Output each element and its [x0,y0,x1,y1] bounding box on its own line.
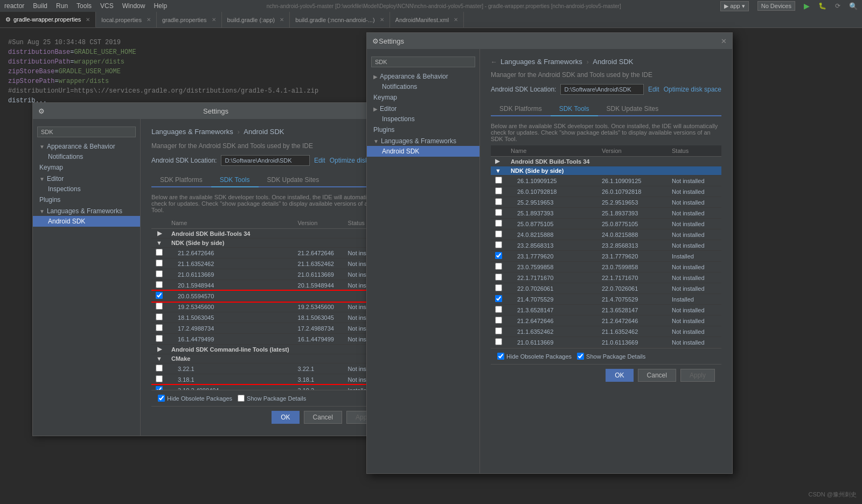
fg-row-checkbox[interactable] [495,241,502,248]
table-row[interactable]: 21.1.6352462 21.1.6352462 Not installed [151,258,387,269]
col-header-name[interactable]: Name [167,218,294,229]
table-scroll-area[interactable]: Name Version Status ▶ Android SDK Build-… [151,218,387,390]
fg-row-checkbox[interactable] [495,252,502,259]
fg-table-row[interactable]: 21.4.7075529 21.4.7075529 Installed [491,294,721,305]
row-checkbox[interactable] [156,260,163,267]
sdk-location-input[interactable] [221,155,310,166]
check-cell[interactable] [491,208,506,219]
check-cell[interactable] [491,283,506,294]
cancel-button[interactable]: Cancel [304,411,342,424]
fg-hide-obsolete-label[interactable]: Hide Obsolete Packages [497,353,572,360]
fg-col-header-version[interactable]: Version [597,145,668,157]
sidebar-item-keymap[interactable]: Keymap [33,162,140,173]
tab-gradle-properties[interactable]: gradle.properties ✕ [157,12,222,27]
fg-table-scroll[interactable]: Name Version Status ▶ Android SDK Build-… [491,145,721,348]
fg-row-checkbox[interactable] [495,295,502,302]
tab-local-properties[interactable]: local.properties ✕ [96,12,157,27]
fg-col-header-name[interactable]: Name [506,145,597,157]
fg-apply-button[interactable]: Apply [680,369,715,382]
table-row[interactable]: ▶ Android SDK Command-line Tools (latest… [151,345,387,354]
tab-close[interactable]: ✕ [380,17,384,23]
no-devices-selector[interactable]: No Devices [757,1,795,11]
fg-table-row[interactable]: 22.0.7026061 22.0.7026061 Not installed [491,283,721,294]
check-cell[interactable] [491,337,506,348]
show-package-label[interactable]: Show Package Details [238,395,306,402]
tab-close[interactable]: ✕ [147,17,151,23]
check-cell[interactable] [491,326,506,337]
row-checkbox[interactable] [156,324,163,331]
table-row[interactable]: 20.1.5948944 20.1.5948944 Not installed [151,280,387,291]
sync-button[interactable]: ⟳ [835,2,840,10]
run-config-selector[interactable]: ▶ app ▾ [720,1,748,11]
check-cell[interactable] [151,280,167,291]
tab-build-gradle-app[interactable]: build.gradle (:app) ✕ [222,12,290,27]
fg-row-checkbox[interactable] [495,220,502,227]
table-row[interactable]: 21.0.6113669 21.0.6113669 Not installed [151,269,387,280]
fg-sidebar-item-plugins[interactable]: Plugins [367,124,479,135]
fg-sidebar-section-editor[interactable]: ▶ Editor [367,103,479,114]
fg-table-row[interactable]: 26.1.10909125 26.1.10909125 Not installe… [491,176,721,186]
fg-table-row[interactable]: 21.3.6528147 21.3.6528147 Not installed [491,305,721,316]
fg-row-checkbox[interactable] [495,177,502,184]
fg-search-input[interactable] [371,57,475,67]
row-checkbox[interactable] [156,375,163,382]
check-cell[interactable] [151,291,167,302]
sidebar-item-plugins[interactable]: Plugins [33,194,140,205]
back-icon[interactable]: ← [491,58,497,66]
table-row[interactable]: ▼ NDK (Side by side) [151,239,387,248]
tab-android-manifest[interactable]: AndroidManifest.xml ✕ [390,12,464,27]
run-button[interactable]: ▶ [804,2,810,10]
fg-col-header-status[interactable]: Status [668,145,721,157]
row-checkbox[interactable] [156,365,163,372]
check-cell[interactable] [151,323,167,334]
table-row[interactable]: ▼ CMake [151,354,387,363]
col-header-version[interactable]: Version [294,218,344,229]
fg-table-row[interactable]: 25.0.8775105 25.0.8775105 Not installed [491,219,721,229]
sidebar-section-editor[interactable]: ▼ Editor [33,173,140,184]
check-cell[interactable] [151,258,167,269]
fg-table-row[interactable]: 21.1.6352462 21.1.6352462 Not installed [491,326,721,337]
fg-optimize-disk-link[interactable]: Optimize disk space [664,86,721,93]
check-cell[interactable] [491,305,506,316]
tab-close[interactable]: ✕ [212,17,216,23]
fg-table-row[interactable]: 25.2.9519653 25.2.9519653 Not installed [491,197,721,208]
check-cell[interactable] [151,374,167,385]
table-row[interactable]: 3.22.1 3.22.1 Not installed [151,363,387,374]
check-cell[interactable] [151,363,167,374]
fg-table-row-ndk[interactable]: ▼ NDK (Side by side) [491,166,721,176]
tab-sdk-platforms[interactable]: SDK Platforms [151,173,211,187]
fg-tab-sdk-tools[interactable]: SDK Tools [551,102,598,116]
fg-table-row[interactable]: 22.1.7171670 22.1.7171670 Not installed [491,272,721,283]
sidebar-section-appearance[interactable]: ▼ Appearance & Behavior [33,141,140,151]
fg-row-checkbox[interactable] [495,263,502,270]
tab-sdk-tools[interactable]: SDK Tools [211,173,259,187]
fg-hide-obsolete-checkbox[interactable] [497,353,504,360]
fg-table-row[interactable]: 21.2.6472646 21.2.6472646 Not installed [491,316,721,326]
check-cell[interactable] [491,186,506,197]
fg-row-checkbox[interactable] [495,317,502,324]
fg-table-row[interactable]: 23.0.7599858 23.0.7599858 Not installed [491,262,721,272]
edit-link[interactable]: Edit [314,157,325,164]
fg-sidebar-item-keymap[interactable]: Keymap [367,92,479,103]
check-cell[interactable] [151,248,167,258]
fg-row-checkbox[interactable] [495,306,502,313]
menu-run[interactable]: Run [56,2,68,10]
table-row[interactable]: 3.18.1 3.18.1 Not installed [151,374,387,385]
table-row[interactable]: ▶ Android SDK Build-Tools 34 [151,229,387,239]
tab-close[interactable]: ✕ [454,17,458,23]
tab-close[interactable]: ✕ [86,17,90,23]
fg-sidebar-section-languages[interactable]: ▼ Languages & Frameworks [367,135,479,146]
table-row[interactable]: 16.1.4479499 16.1.4479499 Not installed [151,334,387,345]
fg-row-checkbox[interactable] [495,230,502,237]
fg-ok-button[interactable]: OK [606,369,633,382]
fg-tab-sdk-update-sites[interactable]: SDK Update Sites [598,102,668,116]
check-cell[interactable] [151,312,167,323]
show-package-checkbox[interactable] [238,395,245,402]
fg-row-checkbox[interactable] [495,209,502,216]
fg-row-checkbox[interactable] [495,274,502,281]
row-checkbox[interactable] [156,249,163,256]
fg-show-package-checkbox[interactable] [577,353,584,360]
fg-sidebar-item-android-sdk[interactable]: Android SDK [367,146,479,157]
fg-row-checkbox[interactable] [495,284,502,291]
fg-sdk-location-input[interactable] [560,84,644,95]
